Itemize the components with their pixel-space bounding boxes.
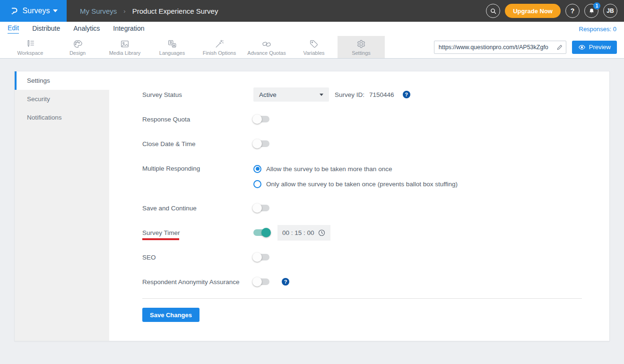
- settings-sidebar: Settings Security Notifications: [15, 71, 109, 341]
- row-close-date: Close Date & Time: [142, 131, 582, 156]
- topbar-actions: Upgrade Now ? 1 JB: [486, 4, 624, 18]
- chevron-down-icon: [53, 9, 58, 12]
- gear-icon: [356, 39, 366, 49]
- toggle-knob: [252, 252, 262, 262]
- radio-unselected-icon: [253, 180, 261, 188]
- settings-panel: Settings Security Notifications Survey S…: [14, 71, 610, 341]
- breadcrumb-my-surveys[interactable]: My Surveys: [80, 7, 117, 15]
- toolbar-item-languages[interactable]: Languages: [148, 36, 196, 58]
- magic-wand-icon: [214, 39, 225, 49]
- row-survey-status: Survey Status Active Survey ID: 7150446 …: [142, 82, 582, 107]
- save-and-continue-toggle[interactable]: [253, 205, 269, 211]
- save-and-continue-label: Save and Continue: [142, 205, 253, 212]
- survey-status-label: Survey Status: [142, 91, 253, 98]
- image-icon: [120, 39, 130, 49]
- product-name: Surveys: [23, 7, 50, 15]
- close-date-toggle[interactable]: [253, 140, 269, 147]
- edit-toolbar: Workspace Design Media Library Lang: [0, 36, 624, 59]
- eye-icon: [578, 43, 586, 51]
- palette-icon: [72, 39, 83, 49]
- row-save-and-continue: Save and Continue: [142, 196, 582, 220]
- response-quota-label: Response Quota: [142, 116, 253, 123]
- radio-option-once-only[interactable]: Only allow the survey to be taken once (…: [253, 176, 458, 191]
- tab-distribute[interactable]: Distribute: [32, 25, 60, 34]
- survey-status-select[interactable]: Active: [253, 87, 329, 102]
- row-response-quota: Response Quota: [142, 107, 582, 131]
- survey-id-value: 7150446: [369, 91, 394, 98]
- main-nav: Edit Distribute Analytics Integration Re…: [0, 22, 624, 36]
- toolbar-item-advance-quotas[interactable]: Advance Quotas: [243, 36, 290, 58]
- row-survey-timer: Survey Timer 00 : 15 : 00: [142, 220, 582, 245]
- toolbar-item-variables[interactable]: Variables: [290, 36, 338, 58]
- red-highlight-underline: [142, 238, 179, 240]
- sidebar-item-notifications[interactable]: Notifications: [15, 108, 109, 127]
- form-divider: [142, 298, 582, 299]
- survey-timer-toggle[interactable]: [253, 229, 269, 236]
- breadcrumb-separator-icon: ›: [123, 8, 125, 15]
- responses-count[interactable]: Responses: 0: [579, 26, 617, 33]
- toggle-knob: [252, 139, 262, 148]
- breadcrumb: My Surveys › Product Experience Survey: [80, 7, 218, 15]
- tab-edit[interactable]: Edit: [8, 24, 19, 34]
- toolbar-item-design[interactable]: Design: [54, 36, 101, 58]
- toolbar-item-finish-options[interactable]: Finish Options: [196, 36, 243, 58]
- respondent-anonymity-label: Respondent Anonymity Assurance: [142, 278, 253, 286]
- multiple-responding-options: Allow the survey to be taken more than o…: [253, 156, 458, 191]
- tab-integration[interactable]: Integration: [113, 25, 144, 34]
- avatar-initials: JB: [607, 8, 614, 14]
- survey-timer-label: Survey Timer: [142, 229, 253, 236]
- radio-selected-icon: [253, 165, 261, 173]
- row-multiple-responding: Multiple Responding Allow the survey to …: [142, 156, 582, 196]
- notifications-button[interactable]: 1: [584, 4, 598, 18]
- tab-analytics[interactable]: Analytics: [73, 25, 100, 34]
- sidebar-item-settings[interactable]: Settings: [15, 71, 109, 90]
- breadcrumb-current-survey: Product Experience Survey: [132, 7, 218, 15]
- clock-icon: [318, 229, 326, 237]
- respondent-anonymity-toggle[interactable]: [253, 278, 269, 285]
- row-respondent-anonymity: Respondent Anonymity Assurance ?: [142, 269, 582, 294]
- timer-value: 00 : 15 : 00: [282, 229, 314, 236]
- tag-icon: [309, 39, 319, 49]
- survey-id-help-icon[interactable]: ?: [403, 91, 410, 98]
- chain-links-icon: [261, 39, 272, 49]
- survey-status-value: Active: [259, 91, 277, 98]
- questionpro-logo-icon: [9, 6, 19, 16]
- edit-url-pencil-icon[interactable]: [554, 41, 566, 53]
- seo-label: SEO: [142, 254, 253, 261]
- toggle-knob: [261, 228, 271, 237]
- preview-button[interactable]: Preview: [572, 41, 617, 54]
- search-button[interactable]: [486, 4, 500, 18]
- toggle-knob: [252, 277, 262, 286]
- top-bar: Surveys My Surveys › Product Experience …: [0, 0, 624, 22]
- survey-url-field: [434, 41, 566, 54]
- survey-url-input[interactable]: [434, 44, 554, 51]
- close-date-label: Close Date & Time: [142, 140, 253, 147]
- toolbar-item-settings[interactable]: Settings: [338, 36, 385, 58]
- survey-id-label: Survey ID:: [335, 91, 364, 98]
- avatar[interactable]: JB: [603, 4, 617, 18]
- toggle-knob: [252, 114, 262, 124]
- row-seo: SEO: [142, 245, 582, 269]
- question-mark-icon: ?: [571, 7, 575, 15]
- toggle-knob: [252, 203, 262, 213]
- toolbar-item-workspace[interactable]: Workspace: [7, 36, 54, 58]
- save-changes-button[interactable]: Save Changes: [142, 308, 199, 322]
- sidebar-item-security[interactable]: Security: [15, 90, 109, 108]
- chevron-down-icon: [320, 94, 323, 96]
- upgrade-now-button[interactable]: Upgrade Now: [505, 4, 561, 18]
- notification-badge: 1: [593, 2, 600, 9]
- seo-toggle[interactable]: [253, 254, 269, 260]
- response-quota-toggle[interactable]: [253, 116, 269, 122]
- multiple-responding-label: Multiple Responding: [142, 156, 253, 172]
- help-button[interactable]: ?: [565, 4, 580, 18]
- survey-timer-duration-field[interactable]: 00 : 15 : 00: [277, 225, 330, 241]
- translate-icon: [167, 39, 177, 49]
- toolbar-item-media-library[interactable]: Media Library: [101, 36, 148, 58]
- product-switcher[interactable]: Surveys: [0, 0, 67, 22]
- pencil-lines-icon: [25, 39, 35, 49]
- search-icon: [490, 8, 497, 15]
- respondent-anonymity-help-icon[interactable]: ?: [282, 278, 289, 286]
- settings-form: Survey Status Active Survey ID: 7150446 …: [142, 82, 582, 322]
- radio-option-multiple-allowed[interactable]: Allow the survey to be taken more than o…: [253, 161, 458, 176]
